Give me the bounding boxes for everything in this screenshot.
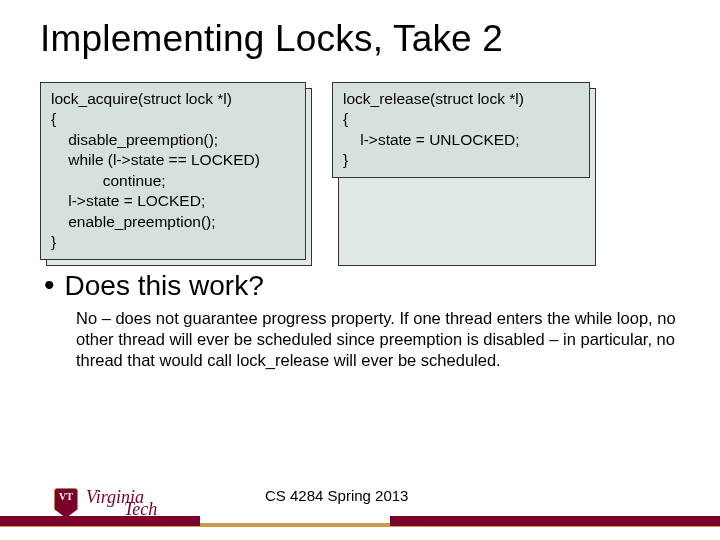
- bar-maroon-right: [390, 516, 720, 526]
- bullet-dot: •: [44, 270, 55, 300]
- vt-shield-icon: [54, 488, 78, 518]
- vt-logo: Virginia Tech: [54, 488, 157, 518]
- bullet-row: • Does this work?: [40, 270, 680, 302]
- vt-wordmark: Virginia Tech: [86, 489, 157, 517]
- code-box-release-wrap: lock_release(struct lock *l) { l->state …: [332, 82, 590, 260]
- footer: CS 4284 Spring 2013 Virginia Tech: [0, 478, 720, 540]
- footer-bars: [0, 524, 720, 530]
- explanation-text: No – does not guarantee progress propert…: [76, 308, 680, 371]
- code-box-release: lock_release(struct lock *l) { l->state …: [332, 82, 590, 178]
- slide-title: Implementing Locks, Take 2: [40, 18, 680, 60]
- code-box-acquire: lock_acquire(struct lock *l) { disable_p…: [40, 82, 306, 260]
- code-box-acquire-wrap: lock_acquire(struct lock *l) { disable_p…: [40, 82, 306, 260]
- bullet-question: Does this work?: [65, 270, 264, 302]
- slide: Implementing Locks, Take 2 lock_acquire(…: [0, 0, 720, 540]
- code-columns: lock_acquire(struct lock *l) { disable_p…: [40, 82, 680, 260]
- course-label: CS 4284 Spring 2013: [265, 487, 408, 504]
- bar-maroon-left: [0, 516, 200, 526]
- vt-word-tech: Tech: [124, 501, 157, 517]
